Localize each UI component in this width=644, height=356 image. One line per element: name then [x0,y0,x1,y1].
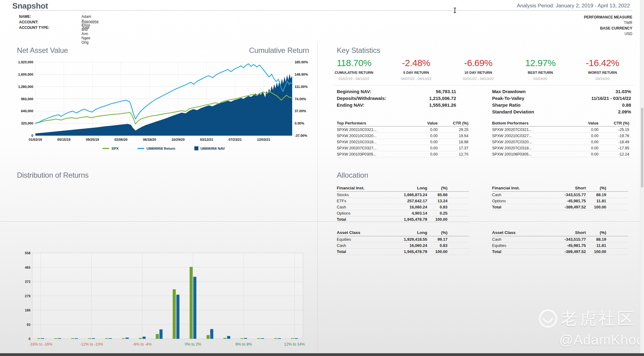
column-header: (%) [427,186,447,190]
allocation-name: Cash [492,237,543,242]
summary-label: Standard Deviation [492,109,534,114]
risk-summary: Max Drawdown31.03%Peak-To-Valley11/16/21… [492,88,631,115]
allocation-name: Total [492,249,543,254]
legend-label: U8806956 Return [146,147,175,150]
allocation-value: 257,642.17 [387,199,427,203]
allocation-name: ETFs [337,199,387,203]
stat-period: 03/24/20 [509,77,571,81]
stat-label: BEST RETURN [509,71,571,74]
summary-value: 11/16/21 - 03/14/22 [591,96,631,101]
allocation-name: Total [337,217,387,222]
svg-text:279: 279 [25,294,30,298]
svg-text:74.00%: 74.00% [295,97,306,101]
svg-text:186: 186 [25,308,30,312]
stat-block: -6.69%10 DAY RETURN03/31/22 - 04/13/22 [447,58,509,81]
instrument-ctr: 12.70 [438,152,468,156]
svg-text:0.00%: 0.00% [295,121,304,125]
allocation-name: Options [492,199,543,203]
svg-text:06/18/20: 06/18/20 [143,138,156,141]
account-info-value: U8806956 [81,20,98,24]
summary-row: Deposits/Withdrawals:1,215,006.72 [337,95,456,101]
page-title: Snapshot [12,1,48,11]
summary-label: Deposits/Withdrawals: [337,96,386,101]
scrollbar[interactable] [640,0,644,356]
table-row: SPXW 200210C0320...0.0019.54 [337,133,468,139]
allocation-value: 1,945,478.79 [387,217,427,222]
allocation-pct: 100.00 [586,249,606,254]
column-header: Asset Class [337,230,387,235]
allocation-value: -343,515.77 [543,192,586,197]
svg-text:-37.00%: -37.00% [295,134,307,137]
instrument-name: SPXW 200210C0320... [337,134,408,138]
allocation-value: -389,497.52 [543,249,586,254]
legend-item-spx[interactable]: SPX [102,146,118,150]
account-info-label: ACCOUNT TYPE: [19,26,50,30]
svg-text:960,000: 960,000 [21,97,33,101]
allocation-pct: 11.81 [586,199,606,203]
analysis-period: Analysis Period: January 2, 2019 - April… [517,3,630,9]
table-row: Total-389,497.52100.00 [492,249,628,255]
table-row: SPXW 200207C0320...0.00-18.49 [492,139,629,145]
base-currency-value: USD [584,31,632,37]
instrument-name: SPXW 200207C0318... [492,146,569,150]
stat-period: 01/02/19 - 04/13/22 [323,77,385,81]
nav-summary: Beginning NAV:56,783.11Deposits/Withdraw… [337,88,456,108]
summary-row: Sharpe Ratio0.88 [492,101,631,108]
allocation-pct: 100.00 [586,205,606,209]
legend-item-nav[interactable]: U8806956 NAV [194,146,225,150]
performers-title: Top Performers [337,121,408,125]
stat-value: -16.42% [571,58,634,68]
table-row: SPXW 200207C0327...0.0017.37 [337,145,468,151]
svg-text:0: 0 [31,134,33,137]
table-row: SPXW 200103P0305...0.0012.70 [337,151,468,157]
instrument-name: SPXW 200210C0321... [337,128,408,132]
summary-value: 31.03% [615,89,631,94]
column-divider [317,43,318,353]
allocation-header: Financial Inst.Short(%) [492,184,628,192]
svg-text:07/23/21: 07/23/21 [229,138,242,141]
table-row: Options-45,981.7511.81 [492,198,628,204]
stat-label: 5 DAY RETURN [385,71,447,74]
nav-area-swatch-icon [194,146,198,150]
svg-text:-18% to -16%: -18% to -16% [29,342,53,346]
legend-item-return[interactable]: U8806956 Return [137,146,175,150]
instrument-ctr: 19.54 [438,134,468,138]
allocation-name: Stocks [337,192,387,197]
allocation-value: 16,060.24 [387,205,427,209]
allocation-pct: 13.24 [427,199,447,203]
svg-text:03/12/21: 03/12/21 [200,138,213,141]
instrument-name: SPXW 200207C0320... [492,140,569,144]
chart-legend: SPX U8806956 Return U8806956 NAV [35,146,292,150]
summary-label: Ending NAV: [337,102,364,108]
svg-text:12% to 14%: 12% to 14% [284,342,305,346]
table-row: SPXW 200210C0318...0.0018.98 [337,139,468,145]
instrument-name: SPXW 200207C0327... [337,146,408,150]
column-header: Financial Inst. [337,186,387,190]
instrument-ctr: -18.49 [598,140,629,144]
column-header: (%) [586,230,606,235]
column-header: CTR (%) [598,121,629,125]
summary-value: 0.88 [622,102,631,108]
allocation-pct: 99.17 [427,237,447,242]
summary-row: Max Drawdown31.03% [492,88,631,95]
instrument-ctr: -17.95 [598,146,629,150]
allocation-name: Cash [337,205,387,209]
stat-value: -2.48% [385,58,447,68]
svg-text:05/15/19: 05/15/19 [57,138,70,141]
base-currency-label: BASE CURRENCY [584,26,632,31]
table-row: Total-389,497.52100.00 [492,204,628,210]
svg-text:111.00%: 111.00% [295,85,308,89]
bottom-bar [0,353,644,356]
svg-text:93: 93 [27,323,30,326]
stat-label: WORST RETURN [571,71,634,74]
tiger-logo-icon [538,309,558,328]
scrollbar-thumb[interactable] [641,108,643,188]
allocation-pct: 0.83 [427,243,447,248]
watermark-brand: 老虎社区 [561,307,636,330]
allocation-table-asset-long: Asset ClassLong(%)Equities1,929,418.5599… [337,229,469,255]
allocation-value: -45,981.75 [543,199,586,203]
instrument-name: SPXW 200210C0318... [337,140,408,144]
allocation-title: Allocation [337,171,368,180]
table-row: Cash16,060.240.83 [337,204,469,210]
allocation-pct: 0.83 [427,205,447,209]
